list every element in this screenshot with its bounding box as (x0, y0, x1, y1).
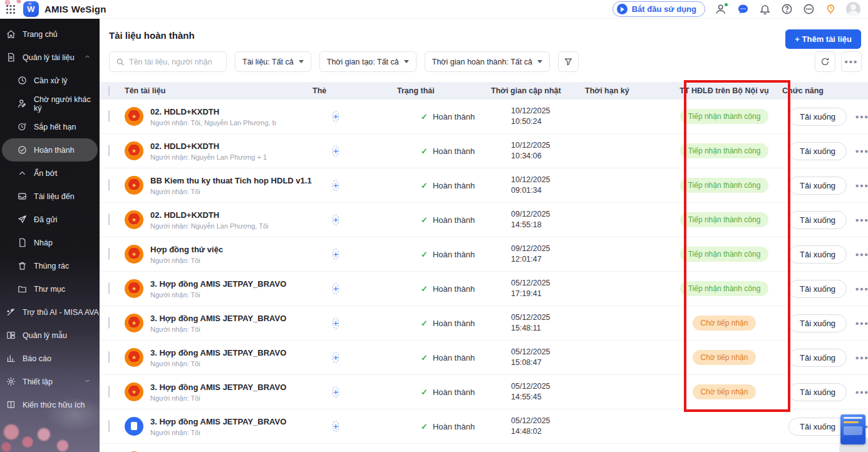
row-more-icon[interactable]: ••• (855, 318, 868, 329)
col-header-deadline[interactable]: Thời hạn ký (585, 86, 666, 95)
filter-document-type[interactable]: Tài liệu: Tất cả (235, 51, 311, 72)
download-button[interactable]: Tải xuống (788, 314, 847, 332)
row-more-icon[interactable]: ••• (855, 249, 868, 260)
row-more-icon[interactable]: ••• (855, 180, 868, 191)
download-button[interactable]: Tải xuống (788, 418, 847, 436)
add-tag-button[interactable]: + (333, 352, 339, 363)
table-row[interactable]: 3. Hợp đồng AMIS JETPAY_BRAVO Người nhận… (100, 272, 868, 306)
table-row[interactable]: 3. Hợp đồng AMIS JETPAY_BRAVO Người nhận… (100, 375, 868, 409)
filter-completed-time[interactable]: Thời gian hoàn thành: Tất cả (425, 51, 550, 72)
add-tag-button[interactable]: + (333, 180, 339, 191)
table-row[interactable]: 3. Hợp đồng AMIS JETPAY_BRAVO Người nhận… (100, 444, 868, 452)
col-header-tag[interactable]: Thẻ (313, 86, 397, 95)
add-tag-button[interactable]: + (333, 111, 339, 122)
advanced-filter-button[interactable] (558, 51, 579, 72)
row-checkbox[interactable] (108, 282, 110, 294)
table-row[interactable]: Hợp đồng thử việc Người nhận: Tôi + ✓ Ho… (100, 237, 868, 272)
table-row[interactable]: 3. Hợp đồng AMIS JETPAY_BRAVO Người nhận… (100, 306, 868, 341)
search-box[interactable] (109, 51, 227, 72)
sidebar-item-tr-th-ai-misa-ava[interactable]: Trợ thủ AI - MISA AVA (0, 300, 100, 324)
sidebar-item-trang-ch-[interactable]: Trang chủ (0, 23, 100, 46)
row-checkbox[interactable] (108, 145, 110, 157)
add-tag-button[interactable]: + (333, 317, 339, 329)
col-header-name[interactable]: Tên tài liệu (125, 86, 313, 95)
row-more-icon[interactable]: ••• (855, 352, 868, 363)
refresh-button[interactable] (815, 51, 835, 72)
document-name[interactable]: 3. Hợp đồng AMIS JETPAY_BRAVO (150, 279, 286, 289)
table-row[interactable]: 02. HDLD+KXDTH Người nhận: Tôi, Nguyễn L… (100, 100, 868, 134)
download-button[interactable]: Tải xuống (788, 349, 847, 367)
download-button[interactable]: Tải xuống (788, 245, 847, 264)
start-using-button[interactable]: Bắt đầu sử dụng (612, 1, 705, 17)
row-checkbox[interactable] (108, 386, 110, 398)
download-button[interactable]: Tải xuống (788, 211, 847, 229)
document-name[interactable]: 3. Hợp đồng AMIS JETPAY_BRAVO (150, 314, 286, 323)
sidebar-item--n-b-t[interactable]: Ẩn bớt (0, 162, 100, 185)
sidebar-item-c-n-x-l-[interactable]: Cần xử lý (0, 69, 100, 92)
sidebar-item-th-m-c[interactable]: Thư mục (0, 277, 100, 300)
sidebar-item-ho-n-th-nh[interactable]: Hoàn thành (2, 138, 98, 162)
sidebar-item-thi-t-l-p[interactable]: Thiết lập (0, 370, 100, 393)
add-tag-button[interactable]: + (333, 145, 339, 157)
more-options-button[interactable]: ••• (841, 51, 862, 72)
sidebar-item-ki-n-th-c-h-u-ch[interactable]: Kiến thức hữu ích (0, 393, 100, 416)
row-more-icon[interactable]: ••• (855, 387, 868, 398)
filter-created-time[interactable]: Thời gian tạo: Tất cả (319, 51, 416, 72)
row-checkbox[interactable] (108, 420, 110, 432)
sidebar-item-t-i-li-u-n[interactable]: Tài liệu đến (0, 185, 100, 208)
document-name[interactable]: 02. HDLD+KXDTH (150, 210, 269, 220)
document-name[interactable]: 02. HDLD+KXDTH (150, 141, 267, 151)
row-checkbox[interactable] (108, 179, 110, 191)
document-name[interactable]: 3. Hợp đồng AMIS JETPAY_BRAVO (150, 348, 286, 357)
row-checkbox[interactable] (108, 317, 110, 329)
sidebar-item-s-p-h-t-h-n[interactable]: Sắp hết hạn (0, 115, 100, 138)
document-name[interactable]: 3. Hợp đồng AMIS JETPAY_BRAVO (150, 383, 286, 392)
user-add-icon[interactable] (715, 3, 727, 16)
document-name[interactable]: 02. HDLD+KXDTH (150, 107, 276, 116)
table-row[interactable]: 02. HDLD+KXDTH Người nhận: Nguyễn Lan Ph… (100, 134, 868, 168)
download-button[interactable]: Tải xuống (788, 142, 847, 160)
app-grid-icon[interactable] (6, 4, 16, 14)
sidebar-item-th-ng-r-c[interactable]: Thùng rác (0, 254, 100, 277)
document-name[interactable]: 3. Hợp đồng AMIS JETPAY_BRAVO (150, 417, 286, 426)
download-button[interactable]: Tải xuống (788, 280, 847, 298)
col-header-status[interactable]: Trạng thái (397, 86, 491, 95)
table-row[interactable]: BB Kiem thu ky thuat Tich hop HDLD v1.1 … (100, 168, 868, 203)
sidebar-item-qu-n-l-t-i-li-u[interactable]: Quản lý tài liệu (0, 46, 100, 69)
chat-icon[interactable] (736, 3, 749, 16)
row-checkbox[interactable] (108, 248, 110, 260)
add-tag-button[interactable]: + (333, 421, 339, 432)
row-more-icon[interactable]: ••• (855, 146, 868, 157)
idea-lamp-icon[interactable] (824, 3, 837, 16)
col-header-updated[interactable]: Thời gian cập nhật (491, 86, 585, 95)
add-document-button[interactable]: + Thêm tài liệu (785, 29, 861, 49)
add-tag-button[interactable]: + (333, 283, 339, 294)
row-more-icon[interactable]: ••• (855, 215, 868, 225)
sidebar-item-b-o-c-o[interactable]: Báo cáo (0, 347, 100, 370)
download-button[interactable]: Tải xuống (788, 108, 847, 126)
user-avatar[interactable] (846, 2, 860, 16)
document-name[interactable]: BB Kiem thu ky thuat Tich hop HDLD v1.1 (150, 176, 312, 185)
promo-popup[interactable] (840, 414, 865, 444)
select-all-checkbox[interactable] (108, 86, 110, 96)
add-tag-button[interactable]: + (333, 386, 339, 398)
add-tag-button[interactable]: + (333, 249, 339, 260)
row-checkbox[interactable] (108, 351, 110, 363)
download-button[interactable]: Tải xuống (788, 177, 847, 195)
help-icon[interactable] (780, 3, 793, 16)
sidebar-item-qu-n-l-m-u[interactable]: Quản lý mẫu (0, 324, 100, 347)
row-checkbox[interactable] (108, 213, 110, 225)
document-name[interactable]: Hợp đồng thử việc (150, 245, 223, 254)
bell-icon[interactable] (758, 3, 771, 16)
col-header-tt-hdld[interactable]: TT HĐLĐ trên Bộ Nội vụ (666, 86, 782, 95)
row-more-icon[interactable]: ••• (855, 284, 868, 294)
sidebar-item-ch-ng-i-kh-c-k-[interactable]: Chờ người khác ký (0, 92, 100, 115)
table-row[interactable]: 02. HDLD+KXDTH Người nhận: Nguyễn Lan Ph… (100, 203, 868, 237)
more-icon[interactable] (802, 3, 815, 16)
download-button[interactable]: Tải xuống (788, 383, 847, 401)
sidebar-item--g-i[interactable]: Đã gửi (0, 208, 100, 231)
search-input[interactable] (129, 58, 220, 66)
row-checkbox[interactable] (108, 110, 110, 122)
row-more-icon[interactable]: ••• (855, 111, 868, 122)
table-row[interactable]: 3. Hợp đồng AMIS JETPAY_BRAVO Người nhận… (100, 409, 868, 444)
